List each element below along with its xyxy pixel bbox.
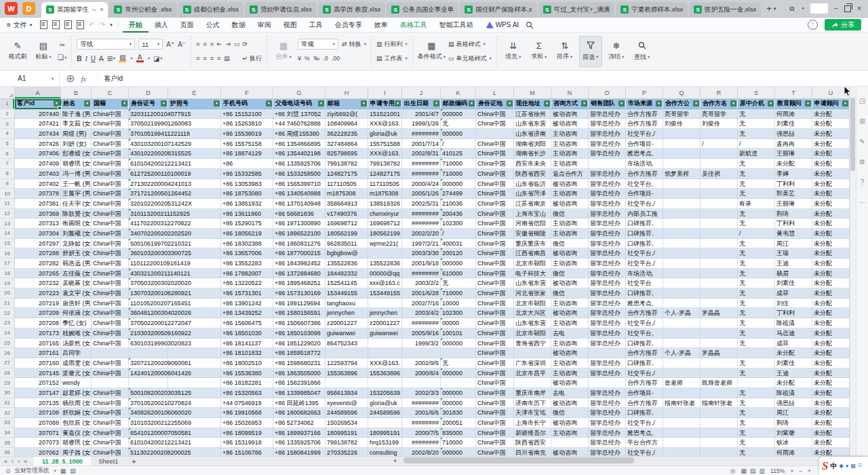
cell[interactable]: 2003/4/2 — [402, 308, 441, 318]
cell[interactable]: +86 15152100 — [221, 109, 273, 119]
cell[interactable]: 630103199903020823 — [129, 339, 168, 349]
cell[interactable]: 207173 — [15, 328, 61, 339]
wps-logo-icon[interactable]: W — [5, 2, 18, 15]
filter-icon[interactable]: ▾ — [581, 100, 587, 107]
cell[interactable]: wjrme221( — [368, 239, 402, 249]
align-top-icon[interactable]: ≡ — [196, 41, 199, 48]
cell[interactable]: 吕同学 — [61, 348, 92, 358]
cell[interactable]: +86 19910568 — [221, 408, 273, 418]
cell[interactable]: 广东省深圳 — [514, 358, 551, 368]
menu-tab[interactable]: 公式 — [200, 18, 226, 33]
cell[interactable]: 社交平台,/ — [626, 259, 663, 269]
cell[interactable]: 207265 — [15, 269, 61, 279]
cell[interactable]: 文静如 (女 — [61, 239, 92, 249]
cell[interactable]: 000000 — [441, 339, 476, 349]
cell[interactable]: 吴佳祺 — [701, 169, 738, 179]
cell[interactable]: 口碑推荐, — [626, 239, 663, 249]
cell[interactable]: ######## — [402, 159, 441, 169]
cell[interactable]: +86 1899937166 — [273, 428, 326, 438]
cell[interactable]: China中国 — [476, 438, 514, 448]
cell[interactable]: 北京市朝阳 — [514, 328, 551, 339]
cell[interactable]: 153205639 — [368, 388, 402, 398]
header-cell[interactable]: 邮政编码▾ — [441, 99, 476, 109]
cell[interactable] — [663, 239, 701, 249]
cell[interactable]: 207402 — [15, 179, 61, 189]
cell[interactable] — [701, 438, 738, 448]
cell[interactable]: 何依涵 (女 — [61, 308, 92, 318]
cell[interactable]: 被动咨询 — [551, 398, 589, 408]
column-header[interactable]: D — [129, 87, 168, 98]
cell[interactable]: 610104200212213421 — [129, 159, 168, 169]
cell[interactable]: China中国 — [92, 199, 129, 209]
cell[interactable]: China中国 — [476, 189, 514, 199]
cell[interactable]: / — [441, 229, 476, 239]
sheet-tab[interactable]: Sheet1 — [91, 457, 127, 466]
cell[interactable]: 207288 — [15, 248, 61, 259]
font-size-select[interactable]: 11▾ — [138, 39, 163, 50]
cell[interactable]: +86 18056219 — [221, 229, 273, 239]
cell[interactable]: 274499 — [441, 189, 476, 199]
cell[interactable]: 无 — [738, 448, 775, 456]
tab-list-chevron-icon[interactable]: ▾ — [774, 6, 776, 12]
cell[interactable]: 未分配 — [812, 388, 850, 398]
cell[interactable]: 被动咨询 — [551, 278, 589, 288]
merge-button[interactable]: ▦ 合并▾ — [272, 36, 295, 67]
filter-icon[interactable]: ▾ — [469, 100, 475, 107]
cell[interactable] — [368, 339, 402, 349]
column-header[interactable]: S — [738, 87, 775, 98]
row-header[interactable]: 25 — [0, 339, 15, 349]
cell[interactable]: m1875308 — [368, 189, 402, 199]
cell[interactable]: 102300 — [441, 308, 476, 318]
quick-access-chevron-icon[interactable]: ▾ — [110, 22, 113, 28]
cell[interactable]: 340702200202202520 — [129, 229, 168, 239]
row-header[interactable]: 9 — [0, 179, 15, 189]
cell[interactable]: China中国 — [476, 428, 514, 438]
increase-font-icon[interactable]: A⁺ — [166, 41, 174, 48]
row-header[interactable]: 13 — [0, 218, 15, 229]
cell[interactable]: +86 1851229020 — [273, 339, 326, 349]
cell[interactable]: 未分配 — [812, 428, 850, 438]
cell[interactable]: 180995191 — [326, 428, 368, 438]
page-break-view-icon[interactable]: ▥ — [760, 468, 766, 474]
cell[interactable]: 207378 — [15, 189, 61, 199]
cell[interactable]: 511302200208200025 — [129, 448, 168, 456]
cell[interactable] — [701, 368, 738, 379]
cell[interactable]: +44 7460762888 — [273, 119, 326, 129]
cell[interactable]: +86 13657006 — [221, 248, 273, 259]
cell[interactable]: 207088 — [15, 418, 61, 428]
cell[interactable]: +86 1506607386 — [273, 318, 326, 328]
window-layout-icon[interactable]: ⧉ — [789, 5, 794, 13]
cell[interactable]: China中国 — [476, 149, 514, 159]
fill-color-icon[interactable]: ▧ — [119, 54, 126, 62]
next-sheet-button[interactable]: › — [18, 458, 20, 465]
cell[interactable]: 曾老师 — [663, 378, 701, 388]
column-header[interactable]: R — [701, 87, 738, 98]
cell[interactable]: 留学总经办 — [589, 418, 626, 428]
cell[interactable]: China中国 — [476, 368, 514, 379]
cell[interactable] — [701, 408, 738, 418]
cell[interactable]: China中国 — [92, 408, 129, 418]
cell[interactable] — [663, 229, 701, 239]
cell[interactable]: 留学总经办 — [589, 339, 626, 349]
wps-ai-button[interactable]: WPS AI — [486, 21, 519, 28]
cell[interactable]: 杨欣雨 (女 — [61, 398, 92, 408]
cell[interactable]: China中国 — [92, 398, 129, 408]
cell[interactable]: 未分配 — [812, 368, 850, 379]
cell[interactable]: 主动咨询 — [551, 218, 589, 229]
cell[interactable]: 180562199 — [368, 229, 402, 239]
column-header[interactable]: M — [514, 87, 551, 98]
cell[interactable]: 未分配 — [812, 129, 850, 139]
cell[interactable]: 陕西省西安 — [514, 169, 551, 179]
cell[interactable]: 无 — [738, 339, 775, 349]
filter-icon[interactable]: ▾ — [805, 100, 811, 107]
cell[interactable]: 筑梦美程 — [663, 169, 701, 179]
cell[interactable]: 2001/6/6 — [402, 408, 441, 418]
cell[interactable]: 四川省南充 — [514, 448, 551, 456]
cell[interactable]: 2001/6/28 — [402, 288, 441, 299]
cell[interactable]: China中国 — [92, 428, 129, 438]
cell[interactable]: m1875308 — [326, 189, 368, 199]
cell[interactable]: 未分配 — [812, 299, 850, 309]
cell[interactable]: China中国 — [92, 218, 129, 229]
column-header[interactable]: I — [368, 87, 402, 98]
column-header[interactable]: P — [626, 87, 663, 98]
